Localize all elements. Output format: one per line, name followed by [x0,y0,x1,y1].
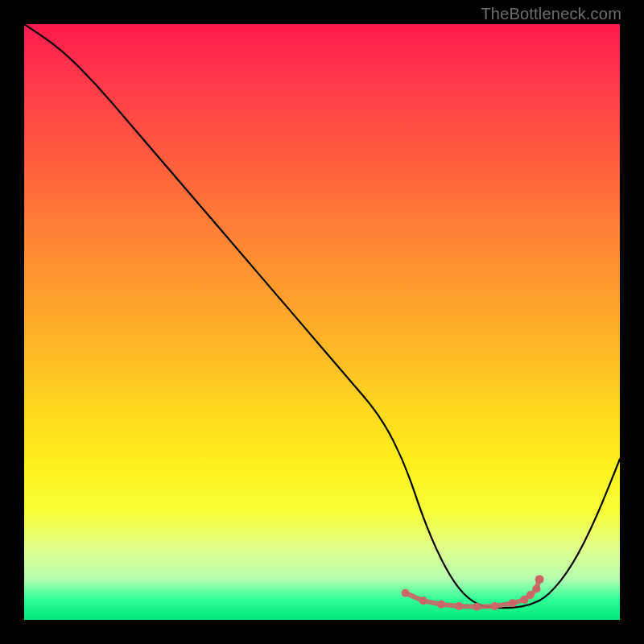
curve-marker [437,601,445,609]
bottleneck-curve [24,24,620,608]
chart-frame: TheBottleneck.com [0,0,644,644]
curve-marker [535,575,544,584]
plot-area [24,24,620,620]
curve-marker [455,602,463,610]
bottleneck-curve-svg [24,24,620,620]
watermark-text: TheBottleneck.com [481,5,621,23]
curve-marker [473,603,481,611]
curve-marker [532,585,540,593]
curve-marker [509,599,517,607]
curve-marker [491,602,499,610]
curve-marker [419,597,427,605]
curve-marker [526,591,535,599]
curve-marker [402,589,410,597]
